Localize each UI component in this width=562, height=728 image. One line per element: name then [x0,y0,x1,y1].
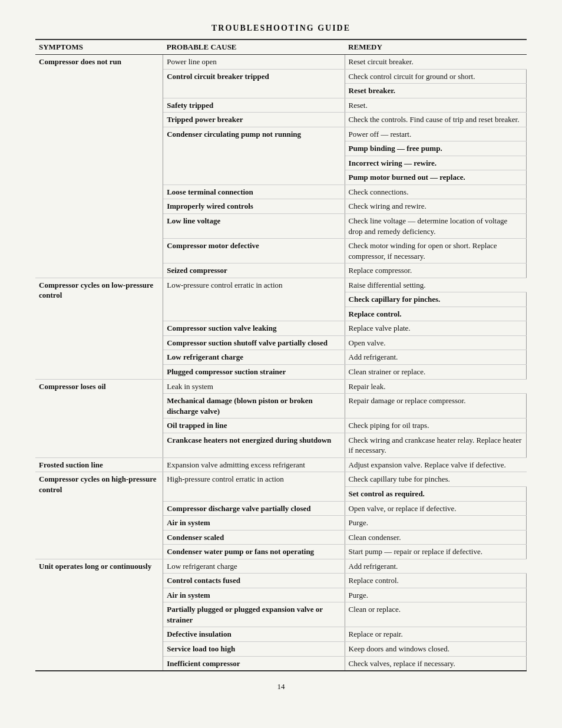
remedy-cell: Clean strainer or replace. [345,365,526,380]
remedy-cell: Clean condenser. [345,530,526,545]
remedy-cell: Open valve. [345,335,526,350]
remedy-cell: Check the controls. Find cause of trip a… [345,113,526,127]
cause-cell: Improperly wired controls [163,199,345,214]
header-remedy: REMEDY [345,39,526,55]
cause-cell: Service load too high [163,641,345,656]
remedy-cell: Start pump — repair or replace if defect… [345,545,526,559]
cause-cell: Expansion valve admitting excess refrige… [163,457,345,472]
remedy-cell: Check line voltage — determine location … [345,214,526,239]
remedy-cell: Add refrigerant. [345,559,526,574]
table-row: Frosted suction lineExpansion valve admi… [35,457,527,472]
symptom-cell: Unit operates long or continuously [35,559,163,671]
cause-cell: Air in system [163,516,345,531]
remedy-cell: Check connections. [345,185,526,199]
remedy-cell: Add refrigerant. [345,350,526,365]
remedy-cell: Check control circuit for ground or shor… [345,69,526,84]
cause-cell: Condenser water pump or fans not operati… [163,545,345,559]
symptom-cell: Compressor does not run [35,55,163,278]
cause-cell: Tripped power breaker [163,113,345,127]
remedy-cell: Check piping for oil traps. [345,419,526,433]
table-row: Compressor cycles on low-pressure contro… [35,278,527,292]
remedy-cell: Replace control. [345,574,526,588]
cause-cell: Seized compressor [163,263,345,278]
troubleshooting-table: SYMPTOMS PROBABLE CAUSE REMEDY Compresso… [35,39,527,671]
table-row: Compressor loses oilLeak in systemRepair… [35,379,527,394]
cause-cell: Compressor motor defective [163,239,345,263]
cause-cell: Safety tripped [163,98,345,113]
remedy-cell: Check wiring and crankcase heater relay.… [345,433,526,457]
remedy-cell: Repair leak. [345,379,526,394]
remedy-cell: Raise differential setting. [345,278,526,292]
remedy-cell: Reset circuit breaker. [345,55,526,70]
remedy-cell: Check valves, replace if necessary. [345,656,526,671]
remedy-cell: Reset. [345,98,526,113]
cause-cell: Low refrigerant charge [163,559,345,574]
cause-cell: Power line open [163,55,345,70]
remedy-cell: Replace control. [345,307,526,321]
cause-cell: Control circuit breaker tripped [163,69,345,98]
cause-cell: Inefficient compressor [163,656,345,671]
remedy-cell: Open valve, or replace if defective. [345,501,526,516]
cause-cell: Low-pressure control erratic in action [163,278,345,321]
remedy-cell: Check capillary for pinches. [345,292,526,307]
symptom-cell: Compressor loses oil [35,379,163,457]
cause-cell: Control contacts fused [163,574,345,588]
remedy-cell: Purge. [345,588,526,602]
cause-cell: Condenser scaled [163,530,345,545]
header-symptoms: SYMPTOMS [35,39,163,55]
remedy-cell: Clean or replace. [345,602,526,627]
cause-cell: High-pressure control erratic in action [163,472,345,501]
cause-cell: Oil trapped in line [163,419,345,433]
remedy-cell: Adjust expansion valve. Replace valve if… [345,457,526,472]
page-title: TROUBLESHOOTING GUIDE [35,24,527,33]
header-cause: PROBABLE CAUSE [163,39,345,55]
remedy-cell: Repair damage or replace compressor. [345,394,526,419]
cause-cell: Plugged compressor suction strainer [163,365,345,380]
table-row: Compressor does not runPower line openRe… [35,55,527,70]
cause-cell: Partially plugged or plugged expansion v… [163,602,345,627]
remedy-cell: Replace compressor. [345,263,526,278]
cause-cell: Mechanical damage (blown piston or broke… [163,394,345,419]
remedy-cell: Power off — restart. [345,127,526,141]
remedy-cell: Check motor winding for open or short. R… [345,239,526,263]
remedy-cell: Incorrect wiring — rewire. [345,156,526,170]
cause-cell: Condenser circulating pump not running [163,127,345,185]
cause-cell: Defective insulation [163,627,345,642]
table-row: Unit operates long or continuouslyLow re… [35,559,527,574]
cause-cell: Compressor suction valve leaking [163,321,345,336]
remedy-cell: Pump motor burned out — replace. [345,170,526,185]
symptom-cell: Compressor cycles on low-pressure contro… [35,278,163,379]
cause-cell: Air in system [163,588,345,602]
cause-cell: Loose terminal connection [163,185,345,199]
symptom-cell: Frosted suction line [35,457,163,472]
remedy-cell: Reset breaker. [345,84,526,98]
cause-cell: Compressor discharge valve partially clo… [163,501,345,516]
cause-cell: Compressor suction shutoff valve partial… [163,335,345,350]
page-number: 14 [35,682,527,691]
remedy-cell: Check capillary tube for pinches. [345,472,526,487]
remedy-cell: Pump binding — free pump. [345,141,526,156]
cause-cell: Leak in system [163,379,345,394]
cause-cell: Low line voltage [163,214,345,239]
remedy-cell: Keep doors and windows closed. [345,641,526,656]
cause-cell: Crankcase heaters not energized during s… [163,433,345,457]
remedy-cell: Replace valve plate. [345,321,526,336]
table-row: Compressor cycles on high-pressure contr… [35,472,527,487]
remedy-cell: Purge. [345,516,526,531]
remedy-cell: Check wiring and rewire. [345,199,526,214]
remedy-cell: Replace or repair. [345,627,526,642]
remedy-cell: Set control as required. [345,486,526,501]
cause-cell: Low refrigerant charge [163,350,345,365]
symptom-cell: Compressor cycles on high-pressure contr… [35,472,163,559]
